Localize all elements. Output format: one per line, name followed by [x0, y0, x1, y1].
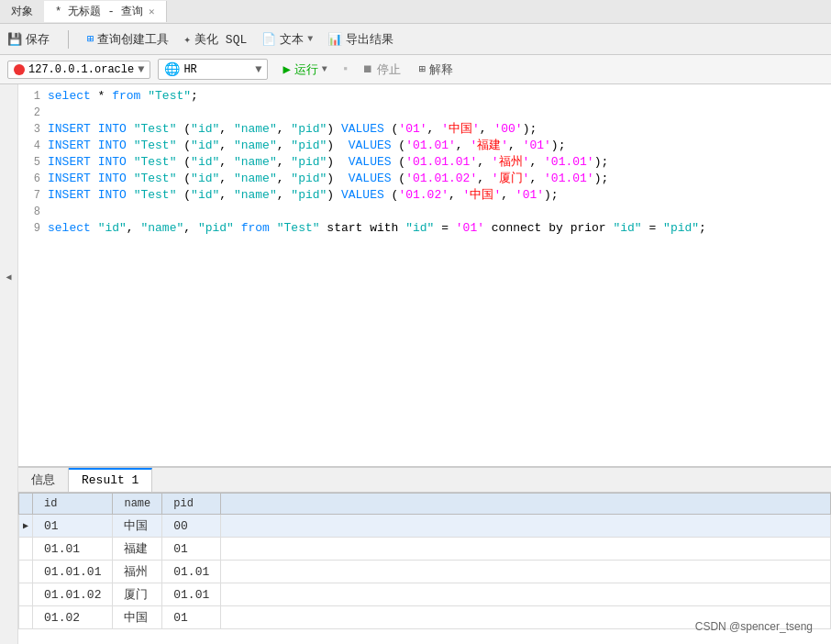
query-builder-button[interactable]: ⊞ 查询创建工具 — [87, 31, 169, 48]
schema-name: HR — [183, 63, 196, 76]
table-row[interactable]: 01.01福建01 — [19, 538, 831, 561]
save-button[interactable]: 💾 保存 — [7, 31, 50, 48]
cell-name: 福州 — [113, 561, 162, 583]
cell-name: 福建 — [113, 538, 162, 561]
save-icon: 💾 — [7, 32, 22, 47]
code-line: 6INSERT INTO "Test" ("id", "name", "pid"… — [18, 171, 831, 187]
save-label: 保存 — [26, 31, 50, 48]
line-number: 1 — [18, 88, 48, 105]
line-content: INSERT INTO "Test" ("id", "name", "pid")… — [48, 187, 831, 204]
code-line: 8 — [18, 204, 831, 220]
toolbar-divider-1 — [68, 30, 69, 49]
connection-arrow-icon: ▼ — [138, 63, 144, 76]
code-line: 1select * from "Test"; — [18, 88, 831, 105]
cell-pid: 01.01 — [162, 583, 221, 606]
tab-query[interactable]: * 无标题 - 查询 ✕ — [44, 1, 167, 22]
bottom-panel: 信息 Result 1 id name pid — [18, 466, 831, 644]
toolbar: 💾 保存 ⊞ 查询创建工具 ✦ 美化 SQL 📄 文本 ▼ 📊 导出结果 — [0, 24, 831, 55]
code-line: 2 — [18, 105, 831, 121]
tab-info-label: 信息 — [31, 473, 55, 487]
export-button[interactable]: 📊 导出结果 — [327, 31, 393, 48]
code-editor[interactable]: 1select * from "Test";23INSERT INTO "Tes… — [18, 84, 831, 466]
row-arrow — [19, 561, 33, 583]
stop-label: 停止 — [377, 61, 401, 78]
table-header-row: id name pid — [19, 494, 831, 515]
cell-empty — [221, 538, 831, 561]
tab-object[interactable]: 对象 — [0, 1, 44, 22]
schema-selector[interactable]: 🌐 HR ▼ — [158, 59, 268, 80]
cell-empty — [221, 561, 831, 583]
schema-icon: 🌐 — [164, 61, 180, 77]
left-gutter: ◀ — [0, 84, 18, 644]
col-name[interactable]: name — [113, 494, 162, 515]
line-content: select * from "Test"; — [48, 88, 831, 105]
export-icon: 📊 — [327, 32, 342, 47]
explain-icon: ⊞ — [419, 62, 426, 76]
col-empty — [221, 494, 831, 515]
run-button[interactable]: ▶ 运行 ▼ — [275, 60, 334, 80]
tab-close-icon[interactable]: ✕ — [149, 6, 155, 17]
connection-status-icon — [14, 64, 25, 75]
run-stop-divider: ▪ — [342, 62, 349, 76]
text-label: 文本 — [280, 31, 304, 48]
cell-pid: 01.01 — [162, 561, 221, 583]
line-number: 8 — [18, 204, 48, 220]
row-arrow: ▶ — [19, 515, 33, 538]
watermark: CSDN @spencer_tseng — [695, 620, 813, 633]
query-builder-icon: ⊞ — [87, 32, 94, 46]
gutter-arrow-icon[interactable]: ◀ — [6, 272, 11, 283]
line-number: 7 — [18, 187, 48, 204]
code-line: 3INSERT INTO "Test" ("id", "name", "pid"… — [18, 121, 831, 138]
row-arrow — [19, 538, 33, 561]
run-label: 运行 — [294, 61, 318, 78]
cell-id: 01.01.02 — [33, 583, 113, 606]
cell-id: 01.01 — [33, 538, 113, 561]
code-line: 4INSERT INTO "Test" ("id", "name", "pid"… — [18, 138, 831, 154]
bottom-tabs: 信息 Result 1 — [18, 468, 831, 493]
cell-pid: 01 — [162, 538, 221, 561]
cell-id: 01.01.01 — [33, 561, 113, 583]
query-builder-label: 查询创建工具 — [97, 31, 169, 48]
export-label: 导出结果 — [346, 31, 393, 48]
table-row[interactable]: 01.01.02厦门01.01 — [19, 583, 831, 606]
col-pid[interactable]: pid — [162, 494, 221, 515]
connection-selector[interactable]: 127.0.0.1.oracle ▼ — [7, 61, 150, 79]
line-number: 3 — [18, 121, 48, 138]
line-content: INSERT INTO "Test" ("id", "name", "pid")… — [48, 171, 831, 187]
run-icon: ▶ — [283, 61, 290, 77]
line-content: INSERT INTO "Test" ("id", "name", "pid")… — [48, 121, 831, 138]
cell-id: 01 — [33, 515, 113, 538]
table-row[interactable]: 01.01.01福州01.01 — [19, 561, 831, 583]
tab-result1[interactable]: Result 1 — [69, 468, 152, 492]
cell-name: 中国 — [113, 515, 162, 538]
table-row[interactable]: ▶01中国00 — [19, 515, 831, 538]
line-number: 9 — [18, 220, 48, 237]
text-arrow-icon: ▼ — [307, 34, 313, 44]
explain-button[interactable]: ⊞ 解释 — [414, 60, 459, 80]
row-arrow — [19, 583, 33, 606]
tab-bar: 对象 * 无标题 - 查询 ✕ — [0, 0, 831, 24]
cell-pid: 01 — [162, 606, 221, 629]
connection-bar: 127.0.0.1.oracle ▼ 🌐 HR ▼ ▶ 运行 ▼ ▪ ⏹ 停止 … — [0, 55, 831, 84]
editor-area: 1select * from "Test";23INSERT INTO "Tes… — [18, 84, 831, 644]
main-layout: ◀ 1select * from "Test";23INSERT INTO "T… — [0, 84, 831, 644]
tab-result1-label: Result 1 — [82, 473, 138, 487]
line-number: 6 — [18, 171, 48, 187]
stop-button[interactable]: ⏹ 停止 — [357, 60, 406, 80]
text-button[interactable]: 📄 文本 ▼ — [261, 31, 313, 48]
code-line: 7INSERT INTO "Test" ("id", "name", "pid"… — [18, 187, 831, 204]
beautify-button[interactable]: ✦ 美化 SQL — [183, 31, 247, 48]
beautify-label: 美化 SQL — [194, 31, 247, 48]
line-content — [48, 105, 831, 121]
col-id[interactable]: id — [33, 494, 113, 515]
tab-info[interactable]: 信息 — [18, 468, 69, 492]
data-table: id name pid ▶01中国0001.01福建0101.01.01福州01… — [18, 493, 831, 629]
line-number: 2 — [18, 105, 48, 121]
code-line: 9select "id", "name", "pid" from "Test" … — [18, 220, 831, 237]
tab-query-label: * 无标题 - 查询 — [55, 4, 143, 19]
cell-empty — [221, 583, 831, 606]
line-content — [48, 204, 831, 220]
col-arrow — [19, 494, 33, 515]
run-arrow-icon: ▼ — [322, 64, 327, 74]
code-line: 5INSERT INTO "Test" ("id", "name", "pid"… — [18, 154, 831, 171]
